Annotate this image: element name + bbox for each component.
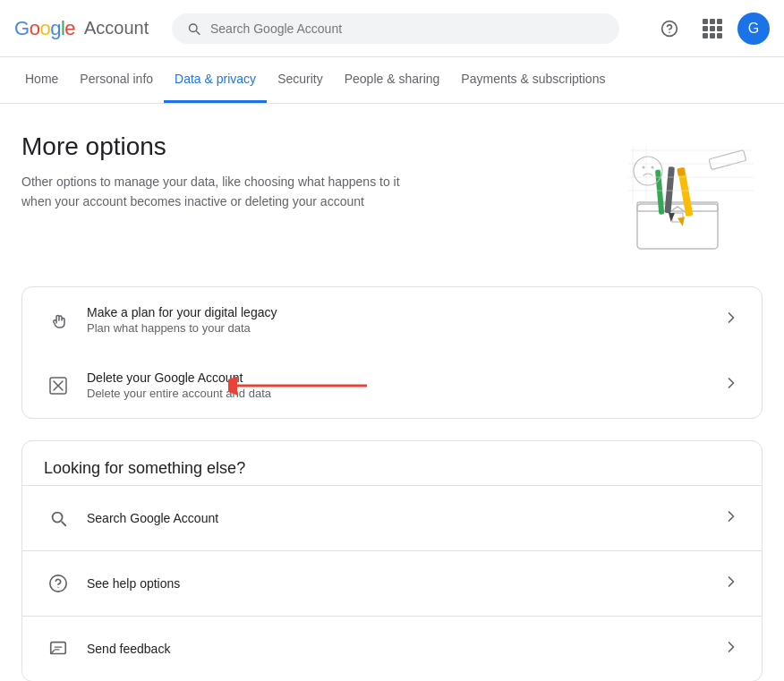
svg-rect-8 xyxy=(677,167,685,175)
svg-point-1 xyxy=(669,31,670,32)
search-account-icon xyxy=(44,504,72,532)
svg-point-21 xyxy=(652,166,654,169)
search-account-content: Search Google Account xyxy=(87,511,722,525)
svg-point-26 xyxy=(57,587,58,588)
waffle-grid-icon xyxy=(703,19,722,38)
tab-payments[interactable]: Payments & subscriptions xyxy=(450,57,616,103)
tab-security[interactable]: Security xyxy=(267,57,334,103)
tab-personal-info[interactable]: Personal info xyxy=(69,57,164,103)
page-header: More options Other options to manage you… xyxy=(21,132,763,258)
logo-area: Google Account xyxy=(14,17,158,40)
svg-point-25 xyxy=(50,575,66,592)
search-account-chevron xyxy=(722,507,740,530)
nav-tabs: Home Personal info Data & privacy Securi… xyxy=(0,57,784,104)
page-title: More options xyxy=(21,132,415,161)
hand-icon xyxy=(44,306,72,335)
tab-data-privacy[interactable]: Data & privacy xyxy=(164,57,267,103)
svg-marker-10 xyxy=(668,213,675,223)
help-options-icon xyxy=(44,569,72,598)
delete-account-item[interactable]: Delete your Google Account Delete your e… xyxy=(22,353,762,418)
avatar[interactable]: G xyxy=(737,13,770,45)
illustration-svg xyxy=(584,132,763,258)
delete-account-desc: Delete your entire account and data xyxy=(87,387,722,400)
help-circle-icon xyxy=(660,20,678,38)
google-logo: Google xyxy=(14,17,75,40)
digital-legacy-desc: Plan what happens to your data xyxy=(87,321,722,335)
feedback-icon xyxy=(44,634,72,663)
help-options-label: See help options xyxy=(87,576,722,591)
delete-account-content: Delete your Google Account Delete your e… xyxy=(87,370,722,400)
send-feedback-label: Send feedback xyxy=(87,642,722,656)
header: Google Account G xyxy=(0,0,784,57)
send-feedback-item[interactable]: Send feedback xyxy=(22,616,762,681)
delete-account-title: Delete your Google Account xyxy=(87,370,722,385)
logo-account-text: Account xyxy=(84,18,149,38)
delete-account-icon xyxy=(44,371,72,400)
svg-point-20 xyxy=(643,166,645,169)
tab-home[interactable]: Home xyxy=(14,57,69,103)
help-options-chevron xyxy=(722,573,740,595)
delete-row-wrapper: Delete your Google Account Delete your e… xyxy=(22,353,762,418)
page-description: Other options to manage your data, like … xyxy=(21,172,415,212)
help-options-item[interactable]: See help options xyxy=(22,550,762,616)
header-actions: G xyxy=(652,11,770,47)
waffle-button[interactable] xyxy=(695,11,730,47)
digital-legacy-content: Make a plan for your digital legacy Plan… xyxy=(87,305,722,335)
digital-legacy-title: Make a plan for your digital legacy xyxy=(87,305,722,319)
tab-people-sharing[interactable]: People & sharing xyxy=(334,57,451,103)
svg-rect-11 xyxy=(655,169,664,214)
help-options-content: See help options xyxy=(87,576,722,591)
delete-account-chevron xyxy=(722,374,740,396)
looking-section-title: Looking for something else? xyxy=(22,441,762,485)
page-header-text: More options Other options to manage you… xyxy=(21,132,415,212)
options-card: Make a plan for your digital legacy Plan… xyxy=(21,286,763,419)
search-input[interactable] xyxy=(210,21,605,36)
digital-legacy-chevron xyxy=(722,309,740,331)
svg-point-12 xyxy=(634,149,637,153)
send-feedback-chevron xyxy=(722,638,740,660)
search-bar[interactable] xyxy=(172,13,619,44)
svg-rect-5 xyxy=(709,150,746,170)
svg-rect-9 xyxy=(664,166,675,213)
search-icon xyxy=(186,21,201,37)
help-button[interactable] xyxy=(652,11,687,47)
search-account-label: Search Google Account xyxy=(87,511,722,525)
digital-legacy-item[interactable]: Make a plan for your digital legacy Plan… xyxy=(22,287,762,353)
search-account-item[interactable]: Search Google Account xyxy=(22,486,762,550)
illustration xyxy=(584,132,763,258)
send-feedback-content: Send feedback xyxy=(87,642,722,656)
looking-card: Looking for something else? Search Googl… xyxy=(21,440,763,681)
main-content: More options Other options to manage you… xyxy=(0,104,784,681)
